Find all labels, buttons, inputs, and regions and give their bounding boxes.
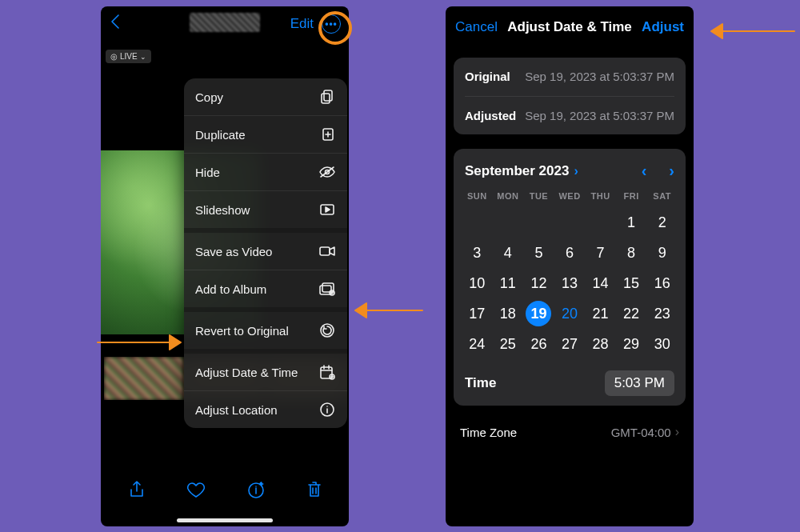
prev-month-button[interactable]: ‹	[642, 162, 647, 180]
calendar-day[interactable]: 21	[585, 298, 616, 329]
favorite-button[interactable]	[186, 481, 206, 503]
calendar-day[interactable]: 25	[493, 329, 524, 359]
menu-item-label: Duplicate	[195, 128, 246, 142]
calendar-day-number: 7	[588, 240, 614, 266]
calendar-day[interactable]: 9	[646, 238, 678, 268]
info-button[interactable]	[246, 480, 266, 504]
menu-item-duplicate[interactable]: Duplicate	[184, 116, 347, 154]
calendar-day[interactable]: 12	[523, 268, 554, 298]
calendar-day[interactable]: 11	[493, 268, 524, 298]
annotation-arrow	[352, 298, 424, 322]
menu-item-copy[interactable]: Copy	[184, 78, 347, 116]
calendar-day[interactable]: 30	[646, 329, 678, 359]
day-of-week-header: WED	[554, 188, 586, 207]
calendar-blank	[554, 207, 586, 238]
back-button[interactable]	[109, 13, 122, 35]
menu-item-label: Revert to Original	[195, 324, 289, 338]
calendar-day[interactable]: 26	[523, 329, 554, 359]
calendar-day-number: 18	[495, 301, 521, 326]
calendar-day-number: 28	[588, 331, 614, 357]
calendar-day-number: 29	[618, 331, 644, 357]
calendar-day-number: 10	[464, 270, 490, 296]
chevron-down-icon: ⌄	[140, 53, 146, 61]
calendar-day[interactable]: 3	[462, 238, 493, 268]
calendar-day-number: 3	[464, 240, 490, 266]
share-button[interactable]	[128, 480, 146, 504]
menu-item-label: Slideshow	[195, 203, 250, 217]
home-indicator[interactable]	[177, 518, 273, 522]
calendar-day[interactable]: 22	[616, 298, 647, 329]
menu-item-label: Save as Video	[195, 245, 272, 258]
calendar-day[interactable]: 24	[462, 329, 493, 359]
calendar-day-number: 1	[618, 210, 644, 235]
calendar-day[interactable]: 29	[616, 329, 647, 359]
svg-rect-1	[322, 94, 330, 103]
calendar-header: September 2023 › ‹ ›	[462, 158, 678, 188]
revert-icon	[318, 322, 336, 339]
calendar-day-number: 24	[464, 331, 490, 357]
chevron-right-icon: ›	[574, 164, 578, 178]
menu-item-adjust-location[interactable]: Adjust Location	[184, 391, 347, 428]
live-badge[interactable]: ◎ LIVE ⌄	[106, 50, 151, 63]
calendar-day[interactable]: 4	[493, 238, 524, 268]
calendar-grid: SUNMONTUEWEDTHUFRISAT1234567891011121314…	[462, 188, 678, 359]
calendar-day[interactable]: 1	[616, 207, 647, 238]
menu-item-slideshow[interactable]: Slideshow	[184, 191, 347, 233]
calendar-day[interactable]: 16	[646, 268, 678, 298]
calendar-day[interactable]: 28	[585, 329, 616, 359]
calendar-day-number: 23	[650, 301, 675, 326]
svg-rect-0	[324, 90, 332, 101]
menu-item-save-as-video[interactable]: Save as Video	[184, 233, 347, 270]
calendar-day-number: 21	[588, 301, 614, 326]
adjust-button[interactable]: Adjust	[642, 19, 684, 35]
duplicate-icon	[318, 126, 336, 143]
calendar-day-number: 19	[526, 301, 551, 326]
calendar-day[interactable]: 19	[523, 298, 554, 329]
calendar-day-number: 27	[557, 331, 582, 357]
time-picker[interactable]: 5:03 PM	[605, 370, 674, 396]
timezone-row[interactable]: Time Zone GMT-04:00 ›	[446, 414, 694, 450]
calendar-day[interactable]: 14	[585, 268, 616, 298]
menu-item-revert-to-original[interactable]: Revert to Original	[184, 312, 347, 354]
menu-item-adjust-date-time[interactable]: Adjust Date & Time	[184, 354, 347, 391]
menu-item-label: Copy	[195, 90, 223, 104]
delete-button[interactable]	[306, 480, 322, 504]
calendar-day[interactable]: 15	[616, 268, 647, 298]
menu-item-label: Add to Album	[195, 282, 266, 296]
original-date-row: Original Sep 19, 2023 at 5:03:37 PM	[465, 58, 674, 97]
calendar-day-number: 11	[495, 270, 521, 296]
month-picker[interactable]: September 2023 ›	[465, 163, 578, 179]
more-options-button[interactable]: •••	[322, 14, 341, 34]
calendar-day[interactable]: 7	[585, 238, 616, 268]
month-label: September 2023	[465, 163, 569, 179]
calendar-day[interactable]: 8	[616, 238, 647, 268]
adjust-nav-bar: Cancel Adjust Date & Time Adjust	[446, 6, 694, 48]
photo-viewport: CopyDuplicateHideSlideshowSave as VideoA…	[101, 42, 349, 458]
calendar-day[interactable]: 18	[493, 298, 524, 329]
calendar-day-number: 20	[557, 301, 582, 326]
calendar-blank	[462, 207, 493, 238]
adjusted-value: Sep 19, 2023 at 5:03:37 PM	[525, 108, 674, 124]
calendar-day[interactable]: 6	[554, 238, 586, 268]
calendar-day[interactable]: 5	[523, 238, 554, 268]
next-month-button[interactable]: ›	[669, 162, 674, 180]
annotation-arrow	[708, 19, 796, 43]
thumbnail[interactable]	[104, 357, 183, 400]
menu-item-add-to-album[interactable]: Add to Album	[184, 270, 347, 312]
calendar-day[interactable]: 17	[462, 298, 493, 329]
video-icon	[318, 242, 336, 260]
calendar-blank	[523, 207, 554, 238]
calendar-day[interactable]: 2	[646, 207, 678, 238]
calendar-day[interactable]: 10	[462, 268, 493, 298]
menu-item-hide[interactable]: Hide	[184, 154, 347, 191]
calendar-day[interactable]: 13	[554, 268, 586, 298]
calendar-day[interactable]: 20	[554, 298, 586, 329]
calendar-day[interactable]: 23	[646, 298, 678, 329]
calendar-day-number: 4	[495, 240, 521, 266]
photo-detail-screen: Edit ••• ◎ LIVE ⌄ CopyDuplicateHideSlide…	[101, 6, 349, 526]
cancel-button[interactable]: Cancel	[455, 19, 498, 35]
calendar-day[interactable]: 27	[554, 329, 586, 359]
edit-button[interactable]: Edit	[290, 16, 314, 32]
timezone-value: GMT-04:00	[611, 426, 671, 439]
calendar-day-number: 25	[495, 331, 521, 357]
